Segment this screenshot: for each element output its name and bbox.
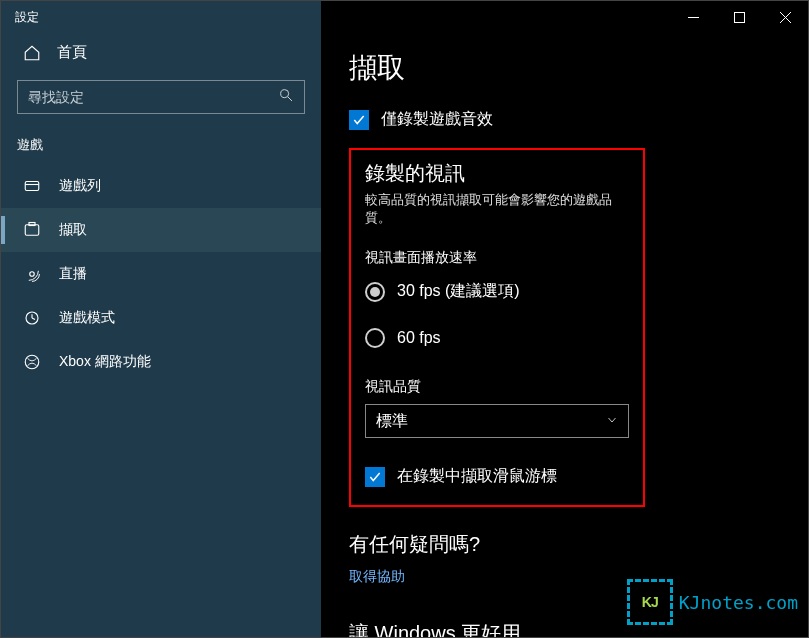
nav-gamemode-label: 遊戲模式 <box>59 309 115 327</box>
only-game-audio-checkbox[interactable] <box>349 110 369 130</box>
nav-broadcast-label: 直播 <box>59 265 87 283</box>
section-label: 遊戲 <box>1 128 321 164</box>
capture-mouse-label: 在錄製中擷取滑鼠游標 <box>397 466 557 487</box>
home-icon <box>23 44 41 62</box>
nav-xbox[interactable]: Xbox 網路功能 <box>1 340 321 384</box>
fps-60-radio[interactable] <box>365 328 385 348</box>
main-content: 擷取 僅錄製遊戲音效 錄製的視訊 較高品質的視訊擷取可能會影響您的遊戲品質。 視… <box>321 1 808 637</box>
capture-icon <box>23 221 41 239</box>
recorded-video-heading: 錄製的視訊 <box>365 160 629 187</box>
watermark-text: KJnotes.com <box>679 592 798 613</box>
fps-60-label: 60 fps <box>397 329 441 347</box>
recorded-video-section: 錄製的視訊 較高品質的視訊擷取可能會影響您的遊戲品質。 視訊畫面播放速率 30 … <box>349 148 645 507</box>
capture-mouse-checkbox[interactable] <box>365 467 385 487</box>
nav-gamebar[interactable]: 遊戲列 <box>1 164 321 208</box>
help-heading: 有任何疑問嗎? <box>349 531 780 558</box>
fps-30-radio[interactable] <box>365 282 385 302</box>
broadcast-icon <box>23 265 41 283</box>
home-label: 首頁 <box>57 43 87 62</box>
search-icon <box>278 87 294 107</box>
xbox-icon <box>23 353 41 371</box>
nav-broadcast[interactable]: 直播 <box>1 252 321 296</box>
fps-30-label: 30 fps (建議選項) <box>397 281 520 302</box>
sidebar: 設定 首頁 遊戲 遊戲列 擷取 <box>1 1 321 637</box>
svg-line-1 <box>288 97 292 101</box>
svg-line-9 <box>32 318 35 320</box>
svg-point-6 <box>30 272 35 277</box>
nav-xbox-label: Xbox 網路功能 <box>59 353 151 371</box>
nav-gamebar-label: 遊戲列 <box>59 177 101 195</box>
nav-gamemode[interactable]: 遊戲模式 <box>1 296 321 340</box>
svg-rect-5 <box>29 223 35 226</box>
frame-rate-label: 視訊畫面播放速率 <box>365 249 629 267</box>
watermark: KJ KJnotes.com <box>627 579 798 625</box>
svg-point-10 <box>25 355 39 369</box>
page-title: 擷取 <box>349 49 780 87</box>
minimize-button[interactable] <box>670 1 716 33</box>
svg-rect-4 <box>25 225 39 236</box>
search-box[interactable] <box>17 80 305 114</box>
video-quality-label: 視訊品質 <box>365 378 629 396</box>
video-quality-dropdown[interactable]: 標準 <box>365 404 629 438</box>
close-button[interactable] <box>762 1 808 33</box>
chevron-down-icon <box>606 412 618 430</box>
svg-point-0 <box>281 90 289 98</box>
nav-capture-label: 擷取 <box>59 221 87 239</box>
window-title: 設定 <box>1 1 321 33</box>
svg-rect-2 <box>25 182 39 191</box>
recorded-video-desc: 較高品質的視訊擷取可能會影響您的遊戲品質。 <box>365 191 629 227</box>
svg-rect-12 <box>734 12 744 22</box>
only-game-audio-label: 僅錄製遊戲音效 <box>381 109 493 130</box>
search-input[interactable] <box>28 89 248 105</box>
home-nav[interactable]: 首頁 <box>1 33 321 74</box>
video-quality-value: 標準 <box>376 411 408 432</box>
maximize-button[interactable] <box>716 1 762 33</box>
gamemode-icon <box>23 309 41 327</box>
nav-capture[interactable]: 擷取 <box>1 208 321 252</box>
watermark-logo: KJ <box>627 579 673 625</box>
gamebar-icon <box>23 177 41 195</box>
